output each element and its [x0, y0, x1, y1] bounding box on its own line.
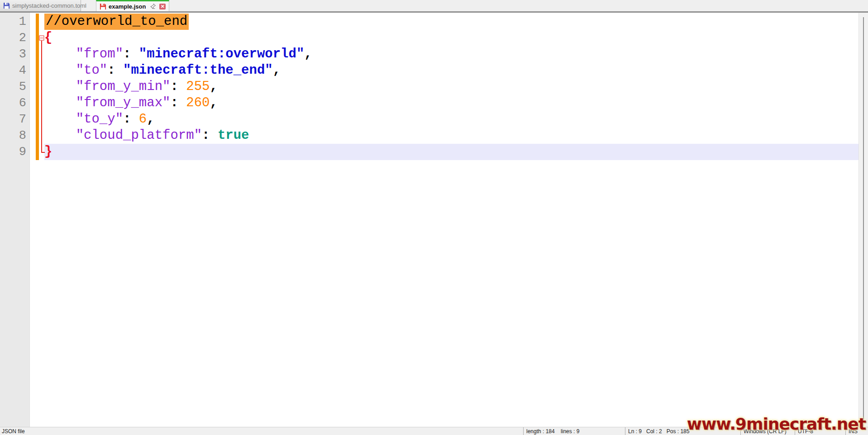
- code-line[interactable]: 5 "from_y_min": 255,: [0, 79, 859, 95]
- modified-marker: [36, 111, 39, 128]
- fold-line: [41, 95, 42, 111]
- code-token: {: [44, 30, 52, 46]
- tab-label: simplystacked-common.toml: [12, 2, 86, 9]
- code-line-text[interactable]: //overworld_to_end: [44, 14, 859, 30]
- bookmark-margin: [29, 144, 36, 160]
- code-line[interactable]: 6 "from_y_max": 260,: [0, 95, 859, 111]
- modified-marker: [36, 62, 39, 79]
- modified-marker: [36, 46, 39, 62]
- fold-line: [41, 46, 42, 62]
- fold-line: [41, 111, 42, 128]
- bookmark-margin: [29, 95, 36, 111]
- fold-margin[interactable]: [39, 14, 44, 30]
- editor-area[interactable]: 1//overworld_to_end2{3 "from": "minecraf…: [0, 13, 868, 427]
- code-token: //overworld_to_end: [44, 14, 189, 30]
- line-number: 5: [0, 79, 29, 95]
- line-number: 1: [0, 14, 29, 30]
- code-token: true: [218, 128, 249, 144]
- fold-line: [41, 41, 42, 46]
- tab-bar: simplystacked-common.toml example.json ✕: [0, 0, 868, 13]
- code-line-text[interactable]: "to_y": 6,: [44, 111, 859, 128]
- status-length-lines: length : 184 lines : 9: [523, 427, 625, 435]
- code-token: [44, 79, 76, 95]
- code-line[interactable]: 3 "from": "minecraft:overworld",: [0, 46, 859, 62]
- bookmark-margin: [29, 62, 36, 79]
- code-token: :: [202, 128, 218, 144]
- bookmark-margin: [29, 30, 36, 46]
- scrollbar-thumb[interactable]: [863, 17, 864, 422]
- code-token: "minecraft:overworld": [139, 46, 304, 62]
- code-token: "to": [76, 62, 108, 79]
- close-icon[interactable]: ✕: [159, 4, 166, 9]
- code-line-text[interactable]: {: [44, 30, 859, 46]
- tab-label: example.json: [109, 3, 146, 10]
- modified-marker: [36, 14, 39, 30]
- code-line-text[interactable]: "from_y_min": 255,: [44, 79, 859, 95]
- code-token: :: [123, 111, 139, 128]
- bookmark-margin: [29, 46, 36, 62]
- code-token: 6: [139, 111, 147, 128]
- tab-simplystacked-common-toml[interactable]: simplystacked-common.toml: [0, 0, 81, 11]
- modified-marker: [36, 30, 39, 46]
- line-number: 2: [0, 30, 29, 46]
- code-token: :: [123, 46, 139, 62]
- code-line-text[interactable]: "from": "minecraft:overworld",: [44, 46, 859, 62]
- code-token: }: [44, 144, 52, 160]
- code-token: ,: [304, 46, 312, 62]
- code-token: ,: [273, 62, 281, 79]
- bookmark-margin: [29, 111, 36, 128]
- code-line-text[interactable]: }: [44, 144, 859, 160]
- code-token: 255: [186, 79, 210, 95]
- status-doctype: JSON file: [0, 427, 523, 435]
- code-token: ,: [147, 111, 154, 128]
- pin-icon[interactable]: [150, 3, 156, 9]
- line-number: 9: [0, 144, 29, 160]
- code-line[interactable]: 4 "to": "minecraft:the_end",: [0, 62, 859, 79]
- modified-marker: [36, 79, 39, 95]
- vertical-scrollbar[interactable]: [858, 13, 868, 427]
- tab-example-json[interactable]: example.json ✕: [96, 0, 169, 11]
- code-token: [44, 111, 76, 128]
- fold-margin[interactable]: [39, 46, 44, 62]
- code-token: :: [107, 62, 123, 79]
- fold-end-icon: [41, 152, 45, 153]
- code-line[interactable]: 9}: [0, 144, 859, 160]
- code-line-text[interactable]: "to": "minecraft:the_end",: [44, 62, 859, 79]
- code-area[interactable]: 1//overworld_to_end2{3 "from": "minecraf…: [0, 14, 859, 160]
- code-token: "cloud_platform": [76, 128, 202, 144]
- code-line-text[interactable]: "cloud_platform": true: [44, 128, 859, 144]
- fold-margin[interactable]: [39, 30, 44, 46]
- code-token: [44, 95, 76, 111]
- code-line[interactable]: 1//overworld_to_end: [0, 14, 859, 30]
- line-number: 8: [0, 128, 29, 144]
- code-line[interactable]: 8 "cloud_platform": true: [0, 128, 859, 144]
- modified-marker: [36, 144, 39, 160]
- fold-margin[interactable]: [39, 62, 44, 79]
- fold-line: [41, 62, 42, 79]
- code-line[interactable]: 2{: [0, 30, 859, 46]
- fold-margin[interactable]: [39, 79, 44, 95]
- fold-margin[interactable]: [39, 95, 44, 111]
- bookmark-margin: [29, 79, 36, 95]
- code-token: :: [170, 79, 186, 95]
- code-token: "from": [76, 46, 123, 62]
- line-number: 4: [0, 62, 29, 79]
- code-line[interactable]: 7 "to_y": 6,: [0, 111, 859, 128]
- notepad-window: simplystacked-common.toml example.json ✕: [0, 0, 868, 13]
- line-number: 7: [0, 111, 29, 128]
- code-line-text[interactable]: "from_y_max": 260,: [44, 95, 859, 111]
- fold-collapse-icon[interactable]: [39, 36, 44, 41]
- code-token: "from_y_min": [76, 79, 171, 95]
- fold-line: [41, 79, 42, 95]
- fold-margin[interactable]: [39, 128, 44, 144]
- modified-marker: [36, 128, 39, 144]
- bookmark-margin: [29, 128, 36, 144]
- watermark: www.9minecraft.net: [687, 415, 866, 433]
- fold-margin[interactable]: [39, 144, 44, 160]
- fold-margin[interactable]: [39, 111, 44, 128]
- code-token: [44, 46, 76, 62]
- fold-line: [41, 128, 42, 144]
- line-number: 6: [0, 95, 29, 111]
- bookmark-margin: [29, 14, 36, 30]
- code-token: "from_y_max": [76, 95, 171, 111]
